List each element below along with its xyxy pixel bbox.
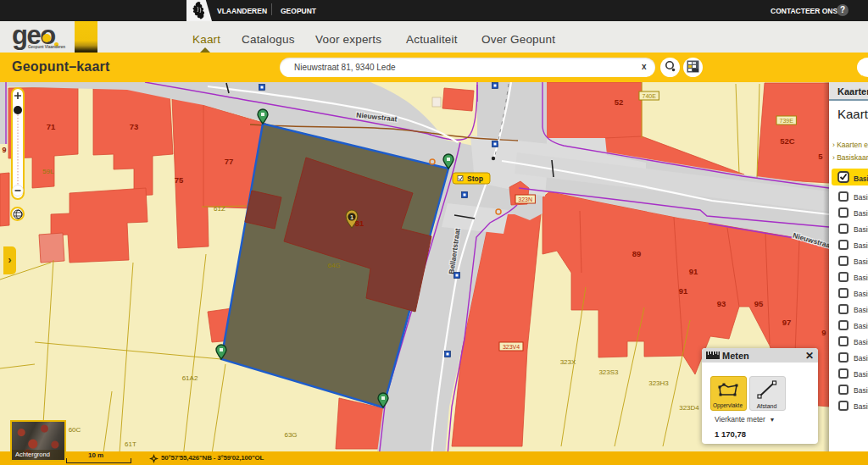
- svg-text:739E: 739E: [780, 118, 794, 124]
- svg-text:323H3: 323H3: [648, 379, 669, 387]
- svg-text:95: 95: [754, 299, 764, 308]
- svg-text:740E: 740E: [643, 93, 657, 99]
- svg-text:77: 77: [225, 157, 234, 166]
- svg-text:71: 71: [47, 122, 56, 131]
- svg-text:93: 93: [717, 299, 726, 308]
- svg-text:73: 73: [130, 122, 139, 131]
- svg-text:61T: 61T: [125, 440, 136, 448]
- svg-text:91: 91: [689, 267, 698, 276]
- svg-text:323N: 323N: [518, 197, 532, 202]
- svg-text:323D4: 323D4: [679, 404, 699, 412]
- svg-text:63G: 63G: [284, 431, 297, 439]
- svg-text:60C: 60C: [69, 426, 81, 434]
- svg-text:9: 9: [2, 146, 6, 154]
- svg-text:323X: 323X: [560, 358, 576, 366]
- svg-text:52: 52: [615, 97, 624, 107]
- svg-text:89: 89: [632, 249, 642, 258]
- svg-text:91: 91: [679, 286, 688, 296]
- svg-text:61Z: 61Z: [214, 205, 225, 213]
- svg-text:81: 81: [355, 219, 364, 228]
- svg-text:59L: 59L: [42, 168, 54, 175]
- svg-text:323S3: 323S3: [598, 368, 619, 376]
- svg-text:Stop: Stop: [467, 174, 483, 183]
- svg-text:1: 1: [350, 213, 353, 221]
- svg-text:61A2: 61A2: [182, 374, 198, 382]
- svg-text:323V4: 323V4: [503, 344, 520, 350]
- svg-text:52C: 52C: [780, 136, 795, 146]
- svg-text:64G: 64G: [327, 262, 340, 269]
- svg-text:75: 75: [175, 175, 184, 185]
- svg-text:97: 97: [782, 318, 792, 327]
